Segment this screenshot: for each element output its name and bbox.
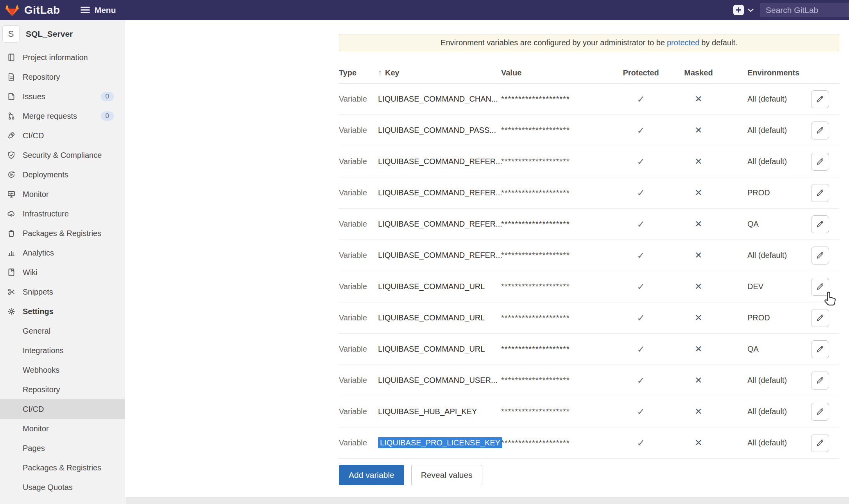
snippets-icon <box>6 287 16 297</box>
masked-x-icon: ✕ <box>671 219 726 229</box>
variable-value-masked: ******************** <box>501 220 611 229</box>
sidebar-item-settings[interactable]: Settings <box>0 302 125 321</box>
variable-type: Variable <box>339 376 378 385</box>
variable-key: LIQUIBASE_COMMAND_URL <box>378 282 501 291</box>
column-header-value[interactable]: Value <box>501 68 611 77</box>
sidebar-subitem-integrations[interactable]: Integrations <box>0 341 125 360</box>
variable-type: Variable <box>339 313 378 322</box>
variable-type: Variable <box>339 126 378 135</box>
sidebar-item-security-compliance[interactable]: Security & Compliance <box>0 145 125 165</box>
variable-value-masked: ******************** <box>501 438 611 447</box>
protected-link[interactable]: protected <box>667 38 699 47</box>
top-navigation-bar: GitLab Menu <box>0 0 849 20</box>
edit-variable-button[interactable] <box>811 215 829 233</box>
edit-variable-button[interactable] <box>811 340 829 358</box>
masked-x-icon: ✕ <box>671 94 726 104</box>
brand-title[interactable]: GitLab <box>24 4 60 16</box>
sidebar-item-label: Merge requests <box>23 112 77 121</box>
sidebar-subitem-monitor[interactable]: Monitor <box>0 419 125 438</box>
menu-button[interactable]: Menu <box>81 5 116 15</box>
variable-key: LIQUIBASE_PRO_LICENSE_KEY <box>378 438 501 447</box>
variable-value-masked: ******************** <box>501 157 611 166</box>
sidebar-subitem-general[interactable]: General <box>0 321 125 341</box>
sidebar-item-deployments[interactable]: Deployments <box>0 165 125 184</box>
sidebar-item-label: CI/CD <box>23 131 44 140</box>
infrastructure-icon <box>6 209 16 219</box>
variable-value-masked: ******************** <box>501 313 611 322</box>
search-input[interactable] <box>760 5 849 15</box>
chevron-down-icon[interactable] <box>748 7 754 14</box>
edit-variable-button[interactable] <box>811 434 829 452</box>
column-header-protected[interactable]: Protected <box>611 68 671 77</box>
column-header-key[interactable]: ↑Key <box>378 68 501 77</box>
project-header[interactable]: S SQL_Server <box>0 20 125 48</box>
masked-x-icon: ✕ <box>671 313 726 323</box>
pencil-icon <box>816 251 824 260</box>
global-search-box <box>760 3 849 17</box>
sidebar-subitem-repository[interactable]: Repository <box>0 380 125 399</box>
pencil-icon <box>816 220 824 229</box>
edit-variable-button[interactable] <box>811 122 829 139</box>
protected-check-icon: ✓ <box>611 313 671 323</box>
sidebar-item-monitor[interactable]: Monitor <box>0 184 125 204</box>
masked-x-icon: ✕ <box>671 375 726 386</box>
edit-variable-button[interactable] <box>811 184 829 202</box>
sidebar-item-ci-cd[interactable]: CI/CD <box>0 126 125 145</box>
column-header-environments[interactable]: Environments <box>726 68 839 77</box>
sidebar-item-label: Monitor <box>23 190 49 199</box>
sidebar-item-issues[interactable]: Issues0 <box>0 87 125 106</box>
add-variable-button[interactable]: Add variable <box>339 465 404 485</box>
sidebar-item-repository[interactable]: Repository <box>0 67 125 87</box>
edit-variable-button[interactable] <box>811 153 829 171</box>
sidebar-subitem-pages[interactable]: Pages <box>0 438 125 458</box>
sidebar-subitem-webhooks[interactable]: Webhooks <box>0 360 125 380</box>
gitlab-tanuki-logo-icon[interactable] <box>5 3 20 17</box>
table-actions: Add variable Reveal values <box>339 465 482 485</box>
variable-type: Variable <box>339 95 378 104</box>
masked-x-icon: ✕ <box>671 188 726 198</box>
variable-type: Variable <box>339 282 378 291</box>
edit-variable-button[interactable] <box>811 309 829 327</box>
sidebar-subitem-ci-cd[interactable]: CI/CD <box>0 399 125 419</box>
variable-key: LIQUIBASE_COMMAND_URL <box>378 313 501 322</box>
issues-icon <box>6 91 16 102</box>
new-item-plus-button[interactable] <box>733 5 744 15</box>
banner-text-before: Environment variables are configured by … <box>441 38 665 47</box>
protected-check-icon: ✓ <box>611 188 671 198</box>
count-badge: 0 <box>101 92 114 101</box>
edit-variable-button[interactable] <box>811 403 829 421</box>
edit-variable-button[interactable] <box>811 278 829 296</box>
sidebar-item-project-information[interactable]: Project information <box>0 48 125 67</box>
variable-type: Variable <box>339 407 378 416</box>
sidebar-item-snippets[interactable]: Snippets <box>0 282 125 302</box>
sidebar-item-merge-requests[interactable]: Merge requests0 <box>0 106 125 126</box>
variable-value-masked: ******************** <box>501 407 611 416</box>
column-header-masked[interactable]: Masked <box>671 68 726 77</box>
main-content: Environment variables are configured by … <box>125 20 849 504</box>
sidebar-subitem-usage-quotas[interactable]: Usage Quotas <box>0 477 125 497</box>
sidebar-item-infrastructure[interactable]: Infrastructure <box>0 204 125 223</box>
edit-variable-button[interactable] <box>811 372 829 390</box>
pencil-icon <box>816 189 824 197</box>
sidebar-menu: Project informationRepositoryIssues0Merg… <box>0 48 125 321</box>
reveal-values-button[interactable]: Reveal values <box>411 465 482 485</box>
sidebar-item-label: Wiki <box>23 268 38 277</box>
sidebar-subitem-packages-registries[interactable]: Packages & Registries <box>0 458 125 477</box>
settings-icon <box>6 306 16 316</box>
variable-key: LIQUIBASE_HUB_API_KEY <box>378 407 501 416</box>
edit-variable-button[interactable] <box>811 90 829 108</box>
edit-variable-button[interactable] <box>811 247 829 265</box>
variable-type: Variable <box>339 188 378 197</box>
sidebar-item-packages-registries[interactable]: Packages & Registries <box>0 223 125 243</box>
banner-text-after: by default. <box>701 38 737 47</box>
table-row: VariableLIQUIBASE_COMMAND_URL***********… <box>339 271 839 302</box>
variable-value-masked: ******************** <box>501 282 611 291</box>
sidebar-item-analytics[interactable]: Analytics <box>0 243 125 263</box>
pencil-icon <box>816 95 824 104</box>
sidebar-item-label: Repository <box>23 73 60 82</box>
settings-submenu: GeneralIntegrationsWebhooksRepositoryCI/… <box>0 321 125 497</box>
column-header-type[interactable]: Type <box>339 68 378 77</box>
sort-ascending-icon: ↑ <box>378 68 382 77</box>
sidebar-item-wiki[interactable]: Wiki <box>0 263 125 282</box>
variable-value-masked: ******************** <box>501 188 611 197</box>
